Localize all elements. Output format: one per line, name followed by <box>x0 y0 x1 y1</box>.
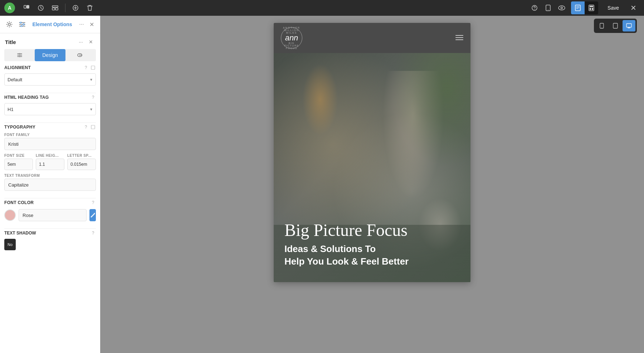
line-height-input[interactable] <box>36 159 64 170</box>
heading-tag-select[interactable]: H1 <box>4 103 96 115</box>
heading-tag-label: HTML Heading Tag <box>4 95 49 100</box>
divider-1 <box>4 93 96 93</box>
font-family-label: FONT FAMILY <box>4 133 96 137</box>
tab-switcher: Design <box>4 49 96 61</box>
alignment-reset-icon[interactable] <box>90 65 96 71</box>
font-color-name-input[interactable] <box>19 209 87 221</box>
sidebar-title: Element Options <box>30 21 74 27</box>
help-icon[interactable] <box>529 2 540 14</box>
svg-point-12 <box>561 7 563 9</box>
svg-point-8 <box>534 9 535 10</box>
svg-point-19 <box>20 22 21 23</box>
delete-icon[interactable] <box>84 2 96 14</box>
text-transform-input[interactable] <box>4 179 96 191</box>
typography-header: Typography ? <box>4 124 96 130</box>
alignment-select[interactable]: Default <box>4 73 96 86</box>
text-shadow-section: Text Shadow ? No <box>4 230 96 250</box>
heading-tag-section: HTML Heading Tag ? H1 ▼ <box>4 95 96 115</box>
layout-icon[interactable] <box>49 2 61 14</box>
line-height-group: LINE HEIG... <box>36 154 64 170</box>
font-color-header: Font Color ? <box>4 200 96 205</box>
text-transform-label: TEXT TRANSFORM <box>4 174 96 178</box>
sidebar-more-icon[interactable]: ··· <box>77 20 86 29</box>
add-element-icon[interactable] <box>70 2 81 14</box>
svg-rect-1 <box>27 5 29 8</box>
preview-hero-overlay: Big Picture Focus Ideas & Solutions To H… <box>284 221 460 268</box>
typography-help-icon[interactable]: ? <box>83 124 89 130</box>
divider-3 <box>4 198 96 198</box>
text-shadow-toggle-btn[interactable]: No <box>4 239 16 250</box>
preview-headline: Ideas & Solutions To Help You Look & Fee… <box>284 243 460 268</box>
svg-point-18 <box>8 23 10 25</box>
device-tablet-btn[interactable] <box>609 20 622 32</box>
svg-rect-15 <box>590 6 593 7</box>
font-color-label: Font Color <box>4 200 34 205</box>
save-button[interactable]: Save <box>602 3 625 13</box>
divider-2 <box>4 122 96 123</box>
typography-section: Typography ? FONT FAMILY <box>4 124 96 191</box>
font-family-input[interactable] <box>4 138 96 150</box>
letter-spacing-label: LETTER SP... <box>67 154 96 158</box>
mobile-preview-icon[interactable] <box>542 2 554 14</box>
color-eyedropper-btn[interactable] <box>89 209 96 221</box>
text-transform-group: TEXT TRANSFORM <box>4 174 96 191</box>
close-button[interactable]: ✕ <box>627 1 640 14</box>
device-desktop-btn[interactable] <box>623 20 635 32</box>
alignment-help-icon[interactable]: ? <box>83 65 89 71</box>
font-family-group: FONT FAMILY <box>4 133 96 150</box>
heading-tag-help-icon[interactable]: ? <box>90 95 96 100</box>
line-height-label: LINE HEIG... <box>36 154 64 158</box>
svg-point-26 <box>601 27 602 28</box>
toolbar-separator <box>65 4 65 12</box>
preview-menu-icon[interactable] <box>455 34 463 42</box>
letter-spacing-group: LETTER SP... <box>67 154 96 170</box>
svg-rect-22 <box>91 66 95 69</box>
panel-close-btn[interactable]: ✕ <box>87 38 95 46</box>
svg-rect-23 <box>91 125 95 129</box>
tab-design[interactable]: Design <box>35 49 65 61</box>
settings-icon[interactable] <box>4 19 14 29</box>
text-shadow-header: Text Shadow ? <box>4 230 96 236</box>
font-color-help-icon[interactable]: ? <box>90 200 96 205</box>
svg-point-28 <box>617 25 618 26</box>
svg-point-21 <box>21 25 22 27</box>
main-area: Element Options ··· ✕ Title ··· ✕ Design <box>0 16 644 353</box>
canvas-area: ANOTHER MILLION MILES ann BIG PICTURE FO… <box>100 16 644 353</box>
typography-label: Typography <box>4 125 35 130</box>
sliders-icon[interactable] <box>17 19 27 29</box>
font-color-section: Font Color ? <box>4 200 96 221</box>
svg-rect-3 <box>52 6 58 7</box>
typography-reset-icon[interactable] <box>90 124 96 130</box>
sidebar-close-icon[interactable]: ✕ <box>87 20 96 29</box>
font-size-input[interactable] <box>4 159 33 170</box>
device-mobile-btn[interactable] <box>595 20 608 32</box>
alignment-label: Alignment <box>4 65 31 70</box>
svg-point-7 <box>532 5 537 10</box>
panel-title: Title <box>5 39 16 45</box>
page-view-btn[interactable] <box>571 1 585 14</box>
font-color-row <box>4 209 96 221</box>
svg-rect-4 <box>52 8 55 10</box>
tab-link[interactable] <box>65 49 96 61</box>
text-shadow-label: Text Shadow <box>4 231 36 236</box>
preview-icon[interactable] <box>556 2 567 14</box>
alignment-section: Alignment ? Default ▼ <box>4 65 96 86</box>
pages-icon[interactable] <box>21 2 32 14</box>
preview-script-text: Big Picture Focus <box>284 221 460 240</box>
letter-spacing-input[interactable] <box>67 159 96 170</box>
history-icon[interactable] <box>35 2 47 14</box>
svg-rect-5 <box>55 8 58 10</box>
tab-layout[interactable] <box>4 49 35 61</box>
app-logo[interactable]: A <box>4 3 15 13</box>
text-shadow-help-icon[interactable]: ? <box>90 230 96 236</box>
panel-more-btn[interactable]: ··· <box>77 38 85 46</box>
font-metrics-row: FONT SIZE LINE HEIG... LETTER SP... <box>4 154 96 170</box>
heading-tag-header: HTML Heading Tag ? <box>4 95 96 100</box>
template-view-btn[interactable] <box>585 1 598 14</box>
sidebar-content: Alignment ? Default ▼ <box>0 65 100 353</box>
svg-rect-17 <box>592 8 593 10</box>
alignment-header: Alignment ? <box>4 65 96 71</box>
preview-hero: Big Picture Focus Ideas & Solutions To H… <box>274 53 470 282</box>
font-color-swatch[interactable] <box>4 209 16 221</box>
preview-nav: ANOTHER MILLION MILES ann BIG PICTURE FO… <box>274 23 470 53</box>
